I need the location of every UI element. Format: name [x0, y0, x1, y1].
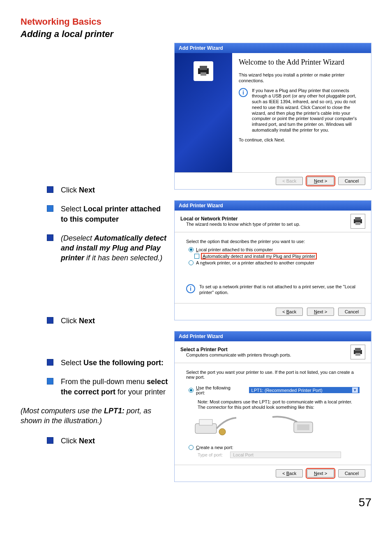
wizard-side-pane: [175, 53, 232, 172]
wizard-step-title: Local or Network Printer: [180, 216, 300, 222]
wizard-local-network: Add Printer Wizard Local or Network Prin…: [174, 200, 371, 320]
wizard-welcome: Add Printer Wizard Welcome to the Add Pr…: [174, 43, 371, 190]
page-number: 57: [21, 496, 371, 509]
radio-use-port[interactable]: Use the following port: LPT1: (Recommend…: [189, 385, 360, 395]
window-titlebar: Add Printer Wizard: [175, 201, 371, 211]
list-item: Click Next: [47, 185, 168, 195]
radio-local-printer[interactable]: Local printer attached to this computer: [189, 247, 360, 252]
bullet-icon: [47, 317, 53, 324]
svg-rect-5: [355, 222, 360, 225]
radio-create-port[interactable]: Create a new port:: [189, 445, 360, 450]
lead-text: Select the port you want your printer to…: [186, 370, 360, 380]
port-dropdown[interactable]: LPT1: (Recommended Printer Port) ▾: [249, 387, 360, 393]
checkbox-icon: [194, 254, 199, 259]
wizard-intro: This wizard helps you install a printer …: [239, 72, 364, 84]
info-text: To set up a network printer that is not …: [199, 284, 360, 296]
bullet-icon: [47, 378, 53, 385]
list-item: Select Local printer attached to this co…: [47, 204, 168, 224]
radio-icon: [189, 388, 194, 393]
bullet-icon: [47, 186, 53, 193]
list-item: Click Next: [47, 316, 168, 326]
cancel-button[interactable]: Cancel: [338, 177, 365, 185]
type-of-port-label: Type of port:: [198, 452, 223, 457]
page-subtitle: Adding a local printer: [21, 29, 371, 39]
svg-rect-13: [297, 424, 309, 430]
svg-rect-2: [201, 72, 206, 76]
back-button[interactable]: < Back: [276, 469, 303, 477]
wizard-continue: To continue, click Next.: [239, 137, 364, 143]
svg-rect-8: [355, 353, 360, 356]
wizard-step-subtitle: Computers communicate with printers thro…: [180, 352, 291, 357]
wizard-step-subtitle: The wizard needs to know which type of p…: [180, 222, 300, 227]
window-titlebar: Add Printer Wizard: [175, 331, 371, 341]
screenshots-column: Add Printer Wizard Welcome to the Add Pr…: [174, 43, 371, 493]
back-button[interactable]: < Back: [276, 308, 303, 316]
port-type-dropdown: Local Port: [230, 452, 341, 458]
bullet-icon: [47, 437, 53, 444]
svg-rect-1: [200, 66, 207, 70]
next-button[interactable]: Next >: [307, 308, 334, 316]
next-button[interactable]: Next >: [307, 177, 334, 185]
checkbox-auto-detect[interactable]: Automatically detect and install my Plug…: [194, 254, 360, 259]
wizard-heading: Welcome to the Add Printer Wizard: [239, 58, 364, 67]
cancel-button[interactable]: Cancel: [338, 469, 365, 477]
connector-illustration: [192, 415, 360, 438]
printer-icon: [194, 61, 213, 81]
printer-icon: [350, 214, 365, 229]
radio-icon: [189, 260, 194, 265]
note-text: (Most computers use the LPT1: port, as s…: [21, 406, 168, 426]
printer-icon: [350, 345, 365, 359]
wizard-info-text: If you have a Plug and Play printer that…: [252, 88, 364, 133]
svg-point-11: [219, 429, 226, 435]
instructions-column: Click Next Select Local printer attached…: [21, 43, 168, 493]
radio-network-printer[interactable]: A network printer, or a printer attached…: [189, 260, 360, 265]
radio-icon: [189, 445, 194, 450]
svg-rect-7: [355, 348, 361, 351]
svg-rect-10: [199, 419, 212, 425]
window-titlebar: Add Printer Wizard: [175, 43, 371, 53]
info-icon: i: [239, 88, 248, 97]
back-button[interactable]: < Back: [276, 177, 303, 185]
cancel-button[interactable]: Cancel: [338, 308, 365, 316]
list-item: Select Use the following port:: [47, 358, 168, 368]
radio-icon: [189, 247, 194, 252]
chevron-down-icon: ▾: [352, 387, 358, 393]
bullet-icon: [47, 359, 53, 366]
list-item: From the pull-down menu select the corre…: [47, 377, 168, 397]
info-icon: i: [186, 284, 195, 293]
wizard-step-title: Select a Printer Port: [180, 347, 291, 352]
lead-text: Select the option that describes the pri…: [186, 239, 360, 244]
wizard-select-port: Add Printer Wizard Select a Printer Port…: [174, 331, 371, 482]
bullet-icon: [47, 234, 53, 241]
bullet-icon: [47, 205, 53, 212]
port-note: Note: Most computers use the LPT1: port …: [198, 399, 360, 411]
list-item: Click Next: [47, 436, 168, 446]
list-item: (Deselect Automatically detect and insta…: [47, 233, 168, 263]
svg-rect-4: [355, 217, 361, 220]
next-button[interactable]: Next >: [307, 469, 334, 477]
page-title: Networking Basics: [21, 16, 371, 27]
